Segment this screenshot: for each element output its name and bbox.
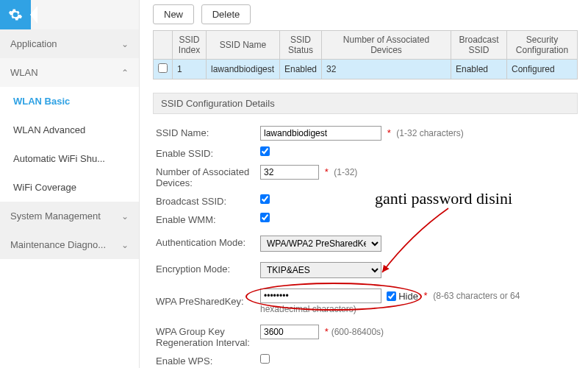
cell-index: 1 [173, 60, 207, 79]
hide-checkbox[interactable] [387, 291, 396, 301]
col-ssid-status: SSID Status [280, 31, 322, 60]
sidebar-item-wifi-coverage[interactable]: WiFi Coverage [0, 173, 139, 202]
sidebar-section-system-management[interactable]: System Management ⌄ [0, 202, 139, 230]
chevron-down-icon: ⌄ [121, 39, 129, 49]
required-mark: * [325, 166, 329, 177]
delete-button[interactable]: Delete [201, 4, 251, 24]
label-enable-ssid: Enable SSID: [156, 146, 260, 159]
required-mark: * [424, 290, 428, 301]
annotation-text: ganti password disini [375, 189, 512, 208]
label-enable-wps: Enable WPS: [156, 354, 260, 367]
hide-label: Hide [398, 291, 418, 302]
col-broadcast: Broadcast SSID [451, 31, 507, 60]
col-ssid-name: SSID Name [207, 31, 280, 60]
hint-num-devices: (1-32) [334, 167, 357, 177]
sidebar-item-wlan-advanced[interactable]: WLAN Advanced [0, 116, 139, 144]
auth-mode-select[interactable]: WPA/WPA2 PreSharedKey [260, 236, 381, 252]
cell-num: 32 [322, 60, 451, 79]
wpa-psk-input[interactable] [260, 289, 381, 303]
sidebar-item-auto-wifi[interactable]: Automatic WiFi Shu... [0, 144, 139, 173]
label-group-key: WPA Group Key Regeneration Interval: [156, 325, 260, 348]
gear-icon[interactable] [0, 0, 31, 29]
ssid-table: SSID Index SSID Name SSID Status Number … [153, 30, 578, 79]
col-num-assoc: Number of Associated Devices [322, 31, 451, 60]
required-mark: * [325, 326, 329, 337]
sidebar: Application ⌄ WLAN ⌃ WLAN Basic WLAN Adv… [0, 0, 140, 368]
enc-mode-select[interactable]: TKIP&AES [260, 262, 381, 278]
label-wpa-psk: WPA PreSharedKey: [156, 289, 260, 307]
sidebar-section-maintenance[interactable]: Maintenance Diagno... ⌄ [0, 230, 139, 259]
main-content: New Delete SSID Index SSID Name SSID Sta… [140, 0, 588, 368]
label-enc-mode: Encryption Mode: [156, 262, 260, 275]
sidebar-section-application[interactable]: Application ⌄ [0, 29, 139, 58]
group-key-input[interactable] [260, 325, 319, 339]
section-label: System Management [10, 210, 101, 222]
required-mark: * [387, 127, 391, 138]
label-auth-mode: Authentication Mode: [156, 236, 260, 248]
chevron-left-icon [30, 6, 37, 24]
label-ssid-name: SSID Name: [156, 126, 260, 138]
enable-ssid-checkbox[interactable] [260, 146, 270, 156]
chevron-up-icon: ⌃ [121, 68, 129, 78]
col-check [154, 31, 173, 60]
chevron-down-icon: ⌄ [121, 211, 129, 222]
col-ssid-index: SSID Index [173, 31, 207, 60]
details-title: SSID Configuration Details [153, 93, 578, 114]
sidebar-item-wlan-basic[interactable]: WLAN Basic [0, 87, 139, 116]
cell-broadcast: Enabled [451, 60, 507, 79]
cell-security: Configured [507, 60, 578, 79]
num-devices-input[interactable] [260, 165, 319, 180]
config-form: SSID Name: * (1-32 characters) Enable SS… [153, 114, 578, 368]
hint-ssid-name: (1-32 characters) [396, 128, 463, 138]
label-num-devices: Number of Associated Devices: [156, 165, 260, 188]
wlan-subitems: WLAN Basic WLAN Advanced Automatic WiFi … [0, 87, 139, 202]
top-buttons: New Delete [153, 4, 578, 24]
col-security: Security Configuration [507, 31, 578, 60]
hint-group-key: (600-86400s) [331, 327, 384, 337]
chevron-down-icon: ⌄ [121, 240, 129, 250]
sidebar-section-wlan[interactable]: WLAN ⌃ [0, 58, 139, 87]
ssid-name-input[interactable] [260, 126, 381, 141]
enable-wmm-checkbox[interactable] [260, 213, 270, 222]
section-label: Application [10, 38, 57, 49]
gear-tab [0, 0, 139, 29]
section-label: Maintenance Diagno... [10, 239, 106, 250]
new-button[interactable]: New [153, 4, 194, 24]
enable-wps-checkbox[interactable] [260, 354, 270, 364]
section-label: WLAN [10, 67, 38, 78]
broadcast-ssid-checkbox[interactable] [260, 194, 270, 204]
row-checkbox[interactable] [158, 63, 168, 73]
cell-name: lawandbiodigest [207, 60, 280, 79]
table-row[interactable]: 1 lawandbiodigest Enabled 32 Enabled Con… [154, 60, 578, 79]
label-broadcast: Broadcast SSID: [156, 194, 260, 207]
label-enable-wmm: Enable WMM: [156, 213, 260, 225]
cell-status: Enabled [280, 60, 322, 79]
